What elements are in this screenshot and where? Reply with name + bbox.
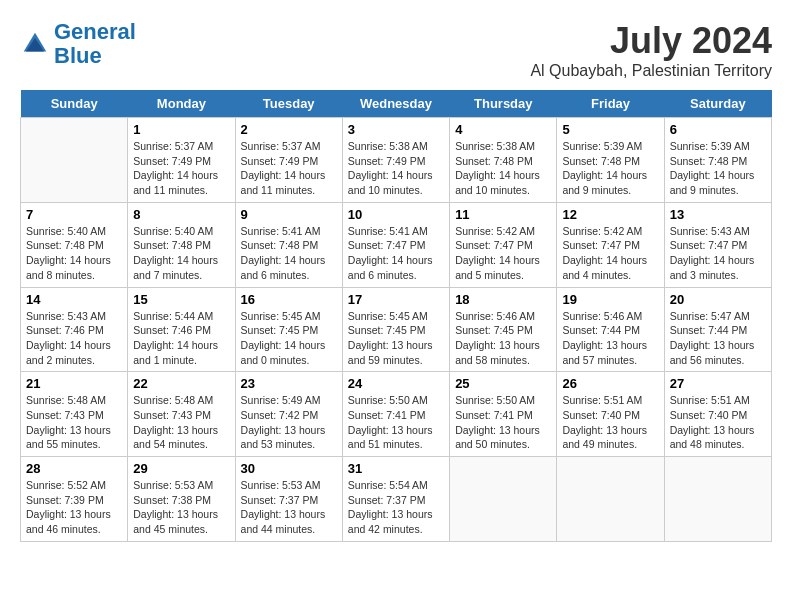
logo-line1: General — [54, 19, 136, 44]
logo: General Blue — [20, 20, 136, 68]
day-info: Sunrise: 5:39 AMSunset: 7:48 PMDaylight:… — [670, 139, 766, 198]
day-info: Sunrise: 5:40 AMSunset: 7:48 PMDaylight:… — [26, 224, 122, 283]
calendar-cell — [450, 457, 557, 542]
day-info: Sunrise: 5:50 AMSunset: 7:41 PMDaylight:… — [455, 393, 551, 452]
location-title: Al Qubaybah, Palestinian Territory — [530, 62, 772, 80]
day-number: 20 — [670, 292, 766, 307]
day-info: Sunrise: 5:40 AMSunset: 7:48 PMDaylight:… — [133, 224, 229, 283]
day-info: Sunrise: 5:45 AMSunset: 7:45 PMDaylight:… — [348, 309, 444, 368]
month-title: July 2024 — [530, 20, 772, 62]
day-number: 21 — [26, 376, 122, 391]
day-number: 2 — [241, 122, 337, 137]
day-number: 19 — [562, 292, 658, 307]
day-number: 5 — [562, 122, 658, 137]
day-number: 10 — [348, 207, 444, 222]
day-number: 17 — [348, 292, 444, 307]
weekday-header-tuesday: Tuesday — [235, 90, 342, 118]
day-info: Sunrise: 5:45 AMSunset: 7:45 PMDaylight:… — [241, 309, 337, 368]
calendar-cell: 20Sunrise: 5:47 AMSunset: 7:44 PMDayligh… — [664, 287, 771, 372]
day-info: Sunrise: 5:38 AMSunset: 7:49 PMDaylight:… — [348, 139, 444, 198]
calendar-cell: 10Sunrise: 5:41 AMSunset: 7:47 PMDayligh… — [342, 202, 449, 287]
week-row-0: 1Sunrise: 5:37 AMSunset: 7:49 PMDaylight… — [21, 118, 772, 203]
weekday-header-wednesday: Wednesday — [342, 90, 449, 118]
day-info: Sunrise: 5:54 AMSunset: 7:37 PMDaylight:… — [348, 478, 444, 537]
day-info: Sunrise: 5:53 AMSunset: 7:37 PMDaylight:… — [241, 478, 337, 537]
calendar-cell: 25Sunrise: 5:50 AMSunset: 7:41 PMDayligh… — [450, 372, 557, 457]
day-number: 11 — [455, 207, 551, 222]
calendar-cell: 28Sunrise: 5:52 AMSunset: 7:39 PMDayligh… — [21, 457, 128, 542]
day-number: 23 — [241, 376, 337, 391]
day-info: Sunrise: 5:43 AMSunset: 7:46 PMDaylight:… — [26, 309, 122, 368]
day-number: 25 — [455, 376, 551, 391]
day-info: Sunrise: 5:38 AMSunset: 7:48 PMDaylight:… — [455, 139, 551, 198]
day-info: Sunrise: 5:41 AMSunset: 7:48 PMDaylight:… — [241, 224, 337, 283]
day-number: 12 — [562, 207, 658, 222]
calendar-cell: 6Sunrise: 5:39 AMSunset: 7:48 PMDaylight… — [664, 118, 771, 203]
calendar-cell — [664, 457, 771, 542]
day-info: Sunrise: 5:50 AMSunset: 7:41 PMDaylight:… — [348, 393, 444, 452]
day-number: 29 — [133, 461, 229, 476]
day-number: 13 — [670, 207, 766, 222]
day-info: Sunrise: 5:41 AMSunset: 7:47 PMDaylight:… — [348, 224, 444, 283]
calendar-cell — [557, 457, 664, 542]
weekday-header-friday: Friday — [557, 90, 664, 118]
calendar-cell: 9Sunrise: 5:41 AMSunset: 7:48 PMDaylight… — [235, 202, 342, 287]
weekday-header-sunday: Sunday — [21, 90, 128, 118]
week-row-3: 21Sunrise: 5:48 AMSunset: 7:43 PMDayligh… — [21, 372, 772, 457]
calendar-cell: 23Sunrise: 5:49 AMSunset: 7:42 PMDayligh… — [235, 372, 342, 457]
day-info: Sunrise: 5:37 AMSunset: 7:49 PMDaylight:… — [133, 139, 229, 198]
logo-icon — [20, 29, 50, 59]
day-info: Sunrise: 5:48 AMSunset: 7:43 PMDaylight:… — [133, 393, 229, 452]
day-info: Sunrise: 5:51 AMSunset: 7:40 PMDaylight:… — [670, 393, 766, 452]
day-number: 28 — [26, 461, 122, 476]
day-info: Sunrise: 5:48 AMSunset: 7:43 PMDaylight:… — [26, 393, 122, 452]
calendar-cell: 2Sunrise: 5:37 AMSunset: 7:49 PMDaylight… — [235, 118, 342, 203]
calendar-cell: 1Sunrise: 5:37 AMSunset: 7:49 PMDaylight… — [128, 118, 235, 203]
calendar-cell: 8Sunrise: 5:40 AMSunset: 7:48 PMDaylight… — [128, 202, 235, 287]
day-info: Sunrise: 5:46 AMSunset: 7:45 PMDaylight:… — [455, 309, 551, 368]
day-info: Sunrise: 5:51 AMSunset: 7:40 PMDaylight:… — [562, 393, 658, 452]
weekday-header-thursday: Thursday — [450, 90, 557, 118]
day-number: 27 — [670, 376, 766, 391]
day-number: 18 — [455, 292, 551, 307]
calendar-cell: 11Sunrise: 5:42 AMSunset: 7:47 PMDayligh… — [450, 202, 557, 287]
day-number: 1 — [133, 122, 229, 137]
day-info: Sunrise: 5:42 AMSunset: 7:47 PMDaylight:… — [562, 224, 658, 283]
weekday-header-saturday: Saturday — [664, 90, 771, 118]
day-number: 3 — [348, 122, 444, 137]
day-number: 26 — [562, 376, 658, 391]
day-number: 24 — [348, 376, 444, 391]
page-header: General Blue July 2024 Al Qubaybah, Pale… — [20, 20, 772, 80]
calendar-cell: 21Sunrise: 5:48 AMSunset: 7:43 PMDayligh… — [21, 372, 128, 457]
weekday-header-row: SundayMondayTuesdayWednesdayThursdayFrid… — [21, 90, 772, 118]
calendar-cell: 15Sunrise: 5:44 AMSunset: 7:46 PMDayligh… — [128, 287, 235, 372]
day-number: 31 — [348, 461, 444, 476]
day-number: 9 — [241, 207, 337, 222]
calendar-cell: 14Sunrise: 5:43 AMSunset: 7:46 PMDayligh… — [21, 287, 128, 372]
calendar-cell: 26Sunrise: 5:51 AMSunset: 7:40 PMDayligh… — [557, 372, 664, 457]
week-row-4: 28Sunrise: 5:52 AMSunset: 7:39 PMDayligh… — [21, 457, 772, 542]
day-number: 8 — [133, 207, 229, 222]
day-info: Sunrise: 5:46 AMSunset: 7:44 PMDaylight:… — [562, 309, 658, 368]
title-block: July 2024 Al Qubaybah, Palestinian Terri… — [530, 20, 772, 80]
day-number: 4 — [455, 122, 551, 137]
day-info: Sunrise: 5:47 AMSunset: 7:44 PMDaylight:… — [670, 309, 766, 368]
day-info: Sunrise: 5:39 AMSunset: 7:48 PMDaylight:… — [562, 139, 658, 198]
calendar-cell: 24Sunrise: 5:50 AMSunset: 7:41 PMDayligh… — [342, 372, 449, 457]
calendar-table: SundayMondayTuesdayWednesdayThursdayFrid… — [20, 90, 772, 542]
week-row-1: 7Sunrise: 5:40 AMSunset: 7:48 PMDaylight… — [21, 202, 772, 287]
day-number: 14 — [26, 292, 122, 307]
day-number: 30 — [241, 461, 337, 476]
weekday-header-monday: Monday — [128, 90, 235, 118]
day-info: Sunrise: 5:44 AMSunset: 7:46 PMDaylight:… — [133, 309, 229, 368]
logo-text: General Blue — [54, 20, 136, 68]
calendar-cell: 19Sunrise: 5:46 AMSunset: 7:44 PMDayligh… — [557, 287, 664, 372]
day-info: Sunrise: 5:37 AMSunset: 7:49 PMDaylight:… — [241, 139, 337, 198]
calendar-cell: 31Sunrise: 5:54 AMSunset: 7:37 PMDayligh… — [342, 457, 449, 542]
calendar-cell — [21, 118, 128, 203]
calendar-cell: 3Sunrise: 5:38 AMSunset: 7:49 PMDaylight… — [342, 118, 449, 203]
logo-line2: Blue — [54, 43, 102, 68]
day-info: Sunrise: 5:53 AMSunset: 7:38 PMDaylight:… — [133, 478, 229, 537]
day-number: 7 — [26, 207, 122, 222]
day-number: 6 — [670, 122, 766, 137]
